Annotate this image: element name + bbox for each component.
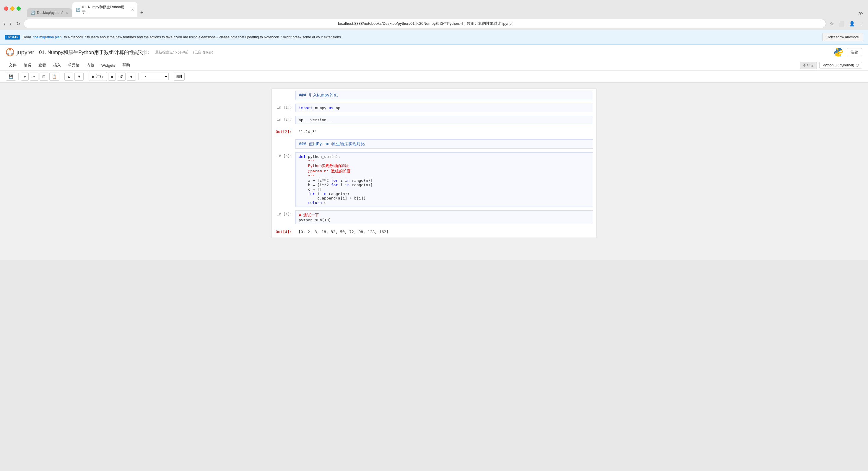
maximize-window-btn[interactable] [17,6,21,11]
cell-content-code-3[interactable]: def python_sum(n): """ Python实现数组的加法 @pa… [296,152,593,207]
toolbar-separator-4 [138,73,138,80]
notebook-area: ### 引入Numpy的包 In [1]: import numpy as np… [0,82,868,260]
tab-notebook[interactable]: 🔄 01. Numpy和原生Python用于... ✕ [72,2,137,17]
migration-plan-link[interactable]: the migration plan [33,35,61,39]
profile-button[interactable]: 👤 [848,20,856,28]
restart-icon: ↺ [120,74,123,79]
bookmark-button[interactable]: ☆ [829,20,835,28]
close-window-btn[interactable] [4,6,8,11]
cell-markdown-1[interactable]: ### 引入Numpy的包 [272,89,596,102]
menu-kernel[interactable]: 内核 [84,61,97,69]
cell-type-select[interactable]: - Code Markdown Raw [141,73,169,80]
checkpoint-info: 最新检查点: 5 分钟前 [155,50,188,55]
cell-output-2: Out[2]: '1.24.3' [272,126,596,137]
jupyter-logo: jupyter [6,48,34,56]
code-range1: range(n)] [349,178,373,183]
code-append: c.append(a[i] + b[i]) [299,196,366,200]
cut-icon: ✂ [32,74,36,79]
menu-help[interactable]: 帮助 [119,61,133,69]
sidebar-button[interactable]: ⬜ [837,20,845,28]
trusted-badge[interactable]: 不可信 [800,62,817,69]
code-docstring-close: """ [299,174,315,178]
svg-point-2 [11,53,13,55]
svg-point-3 [7,53,9,55]
cell-content-code-1[interactable]: import numpy as np [296,104,593,112]
banner-text-before: Read [23,35,31,39]
toolbar-separator-3 [86,73,86,80]
code-b-assign: b = [i**2 [299,183,331,187]
toolbar-separator-5 [171,73,172,80]
markdown-heading-1: ### 引入Numpy的包 [299,93,338,97]
code-docstring-line2: @param n: 数组的长度 [299,169,350,173]
tab-close-btn[interactable]: ✕ [66,11,68,15]
cell-code-3[interactable]: In [3]: def python_sum(n): """ Python实现数… [272,150,596,209]
menu-view[interactable]: 查看 [35,61,49,69]
kernel-name-display[interactable]: Python 3 (ipykernel) [819,62,862,68]
cell-content-code-4[interactable]: # 测试一下 python_sum(10) [296,210,593,224]
menu-insert[interactable]: 插入 [50,61,64,69]
copy-button[interactable]: ⊡ [39,73,48,80]
restart-button[interactable]: ↺ [117,73,126,80]
code-in3: in [322,192,327,196]
add-cell-button[interactable]: + [21,73,29,80]
address-bar[interactable]: localhost:8888/notebooks/Desktop/python/… [24,19,826,28]
save-button[interactable]: 💾 [6,73,16,80]
menu-file[interactable]: 文件 [6,61,20,69]
code-for2: for [331,183,338,187]
cell-content-markdown-2[interactable]: ### 使用Python原生语法实现对比 [296,139,593,149]
stop-button[interactable]: ■ [108,73,116,80]
back-button[interactable]: ‹ [2,20,6,28]
keyboard-shortcut-button[interactable]: ⌨ [174,73,185,80]
cell-number-out4: Out[4]: [272,227,296,236]
tab-desktop-python[interactable]: 🔄 Desktop/python/ ✕ [27,8,72,17]
code-keyword-as: as [329,106,334,110]
logout-button[interactable]: 注销 [847,48,862,56]
code-return-val: c [322,200,327,205]
cell-code-1[interactable]: In [1]: import numpy as np [272,102,596,114]
code-python-sum-call: python_sum(10) [299,218,331,222]
move-up-button[interactable]: ▲ [64,73,73,80]
minimize-window-btn[interactable] [10,6,14,11]
notebook-container: ### 引入Numpy的包 In [1]: import numpy as np… [272,89,596,238]
reload-button[interactable]: ↻ [15,20,21,28]
notebook-title[interactable]: 01. Numpy和原生Python用于数组计算的性能对比 [39,49,149,56]
code-docstring-line1: Python实现数组的加法 [299,164,349,168]
browser-menu-button[interactable]: ⋮ [859,20,866,28]
dont-show-button[interactable]: Don't show anymore [822,33,863,41]
toolbar-separator-2 [62,73,62,80]
fast-forward-icon: ⏭ [129,74,133,79]
menu-cell[interactable]: 单元格 [65,61,83,69]
cut-button[interactable]: ✂ [30,73,38,80]
code-a-assign: a = [i**2 [299,178,331,183]
cell-content-markdown-1[interactable]: ### 引入Numpy的包 [296,91,593,100]
menu-bar: 文件 编辑 查看 插入 单元格 内核 Widgets 帮助 不可信 Python… [0,60,868,70]
move-down-button[interactable]: ▼ [74,73,84,80]
tab-folder-icon: 🔄 [31,11,35,15]
code-for2-body: i [338,183,345,187]
jupyter-header: jupyter 01. Numpy和原生Python用于数组计算的性能对比 最新… [0,44,868,60]
cell-code-4[interactable]: In [4]: # 测试一下 python_sum(10) [272,209,596,226]
menu-edit[interactable]: 编辑 [21,61,34,69]
cell-markdown-2[interactable]: ### 使用Python原生语法实现对比 [272,137,596,150]
keyboard-icon: ⌨ [176,74,182,79]
new-tab-button[interactable]: + [138,8,146,17]
run-label: 运行 [96,74,104,79]
code-return [299,200,308,205]
tab-notebook-icon: 🔄 [76,8,80,12]
code-comment-test: # 测试一下 [299,213,319,217]
cell-code-2[interactable]: In [2]: np.__version__ [272,114,596,126]
tab-notebook-close-btn[interactable]: ✕ [131,8,134,12]
code-in2: in [345,183,350,187]
code-np-version: np.__version__ [299,118,331,122]
menu-widgets[interactable]: Widgets [98,62,118,69]
forward-button[interactable]: › [8,20,12,28]
save-icon: 💾 [8,74,13,79]
run-button[interactable]: ▶ 运行 [89,72,107,81]
fast-forward-button[interactable]: ⏭ [127,73,136,80]
code-range3: range(n): [327,192,349,196]
cell-content-code-2[interactable]: np.__version__ [296,116,593,124]
paste-button[interactable]: 📋 [49,73,59,80]
tab-overflow-button[interactable]: ≫ [856,9,866,17]
cell-number-out2: Out[2]: [272,127,296,136]
code-c-assign: c = [] [299,187,322,192]
